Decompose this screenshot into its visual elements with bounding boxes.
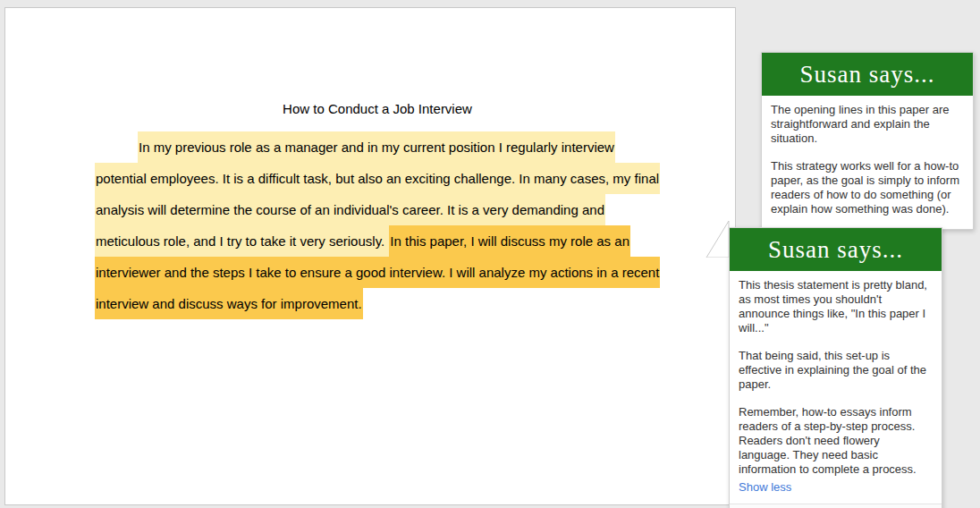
highlighted-text[interactable]: interviewer and the steps I take to ensu… [95,257,660,288]
highlighted-text[interactable]: interview and discuss ways for improveme… [95,288,363,319]
document-content: How to Conduct a Job Interview In my pre… [95,93,660,319]
comment-body: This thesis statement is pretty bland, a… [730,271,942,504]
document-line[interactable]: potential employees. It is a difficult t… [95,163,660,194]
document-line[interactable]: analysis will determine the course of an… [95,194,660,225]
comment-paragraph: This thesis statement is pretty bland, a… [739,278,933,335]
comment-body: The opening lines in this paper are stra… [762,96,973,229]
show-less-link[interactable]: Show less [739,480,791,495]
comment-header: Susan says... [730,228,942,271]
comment-paragraph: That being said, this set-up is effectiv… [739,349,933,392]
highlighted-text[interactable]: In my previous role as a manager and in … [138,131,615,163]
highlighted-text[interactable]: analysis will determine the course of an… [95,194,605,225]
document-page[interactable]: How to Conduct a Job Interview In my pre… [4,7,736,505]
document-title: How to Conduct a Job Interview [95,93,660,124]
document-line[interactable]: meticulous role, and I try to take it ve… [95,225,660,257]
reply-bar [730,504,942,508]
document-line[interactable]: In my previous role as a manager and in … [95,131,660,163]
comment-card[interactable]: Susan says... The opening lines in this … [761,52,974,230]
comment-paragraph: Remember, how-to essays inform readers o… [739,405,933,477]
comment-card[interactable]: Susan says... This thesis statement is p… [729,227,942,508]
comment-pointer-icon [705,220,730,258]
comment-paragraph: This strategy works well for a how-to pa… [771,159,964,216]
highlighted-text[interactable]: In this paper, I will discuss my role as… [389,225,630,257]
document-line[interactable]: interview and discuss ways for improveme… [95,288,660,319]
highlighted-text[interactable]: meticulous role, and I try to take it ve… [95,225,389,257]
comment-paragraph: The opening lines in this paper are stra… [771,103,964,146]
comment-header: Susan says... [762,53,973,96]
document-line[interactable]: interviewer and the steps I take to ensu… [95,257,660,288]
highlighted-text[interactable]: potential employees. It is a difficult t… [95,163,660,194]
